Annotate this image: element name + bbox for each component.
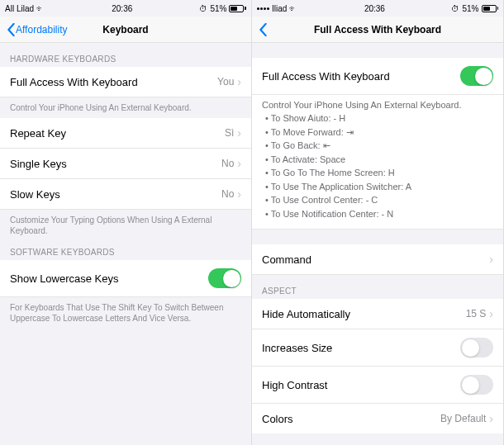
- help-item: To Use The Application Switcher: A: [265, 180, 493, 194]
- row-label: Increases Size: [262, 342, 332, 354]
- footer-software: For Keyboards That Use The Shift Key To …: [0, 297, 251, 329]
- chevron-right-icon: ›: [237, 157, 241, 170]
- row-label: Repeat Key: [10, 127, 66, 140]
- toggle-increases-size[interactable]: [460, 338, 493, 357]
- status-bar: All Lilad ᯤ 20:36 ⏱ 51%: [0, 0, 251, 17]
- battery-icon: [229, 5, 246, 12]
- row-value: No ›: [221, 157, 241, 170]
- chevron-right-icon: ›: [237, 75, 241, 88]
- alarm-icon: ⏱: [199, 4, 207, 13]
- signal-icon: [257, 7, 269, 10]
- wifi-icon: ᯤ: [289, 4, 297, 13]
- wifi-icon: ᯤ: [36, 4, 45, 13]
- section-header-hardware: HARDWARE KEYBOARDS: [0, 43, 251, 67]
- row-hide-automatically[interactable]: Hide Automatically 15 S ›: [252, 299, 503, 329]
- nav-bar: Affordability Keyboard: [0, 17, 251, 43]
- back-button[interactable]: Affordability: [7, 23, 67, 36]
- status-right: ⏱ 51%: [451, 4, 498, 13]
- row-label: Full Access With Keyboard: [262, 70, 390, 83]
- chevron-right-icon: ›: [237, 126, 241, 140]
- toggle-lowercase[interactable]: [208, 268, 241, 288]
- footer-full-access: Control Your iPhone Using An External Ke…: [0, 97, 251, 118]
- row-full-access-toggle[interactable]: Full Access With Keyboard: [252, 58, 503, 95]
- screen-keyboard-settings: All Lilad ᯤ 20:36 ⏱ 51% Affordability Ke…: [0, 0, 252, 445]
- help-items: To Show Aiuto: - H To Move Forward: ⇥ To…: [262, 111, 493, 220]
- help-item: To Move Forward: ⇥: [265, 125, 493, 140]
- row-single-keys[interactable]: Single Keys No ›: [0, 149, 251, 179]
- help-item: To Go To The Home Screen: H: [265, 166, 493, 180]
- toggle-knob: [223, 270, 240, 287]
- chevron-right-icon: ›: [489, 307, 493, 320]
- row-label: High Contrast: [262, 379, 327, 391]
- row-increases-size[interactable]: Increases Size: [252, 329, 503, 367]
- status-left: All Lilad ᯤ: [5, 4, 45, 13]
- row-command[interactable]: Command ›: [252, 244, 503, 275]
- help-list: Control Your iPhone Using An External Ke…: [252, 95, 503, 230]
- toggle-full-access[interactable]: [460, 66, 493, 86]
- help-intro: Control Your iPhone Using An External Ke…: [262, 100, 493, 110]
- section-header-aspect: ASPECT: [252, 275, 503, 299]
- row-label: Slow Keys: [10, 188, 60, 201]
- row-value: You ›: [217, 75, 241, 88]
- back-button[interactable]: [259, 23, 268, 36]
- row-colors[interactable]: Colors By Default ›: [252, 404, 503, 433]
- row-label: Colors: [262, 413, 293, 425]
- row-value: Sì ›: [225, 126, 241, 140]
- chevron-left-icon: [7, 23, 16, 36]
- chevron-left-icon: [259, 23, 268, 36]
- row-repeat-key[interactable]: Repeat Key Sì ›: [0, 118, 251, 149]
- help-item: To Use Control Center: - C: [265, 193, 493, 207]
- help-item: To Activate: Space: [265, 153, 493, 167]
- screen-full-access: Iliad ᯤ 20:36 ⏱ 51% Full Access With Key…: [252, 0, 504, 445]
- battery-percent: 51%: [210, 4, 226, 13]
- help-item: To Show Aiuto: - H: [265, 111, 493, 125]
- row-label: Show Lowercase Keys: [10, 272, 119, 285]
- row-label: Hide Automatically: [262, 308, 350, 320]
- battery-percent: 51%: [462, 4, 478, 13]
- row-value: No ›: [221, 187, 241, 201]
- status-bar: Iliad ᯤ 20:36 ⏱ 51%: [252, 0, 503, 17]
- carrier-label: All Lilad: [5, 4, 34, 13]
- footer-hardware: Customize Your Typing Options When Using…: [0, 210, 251, 241]
- help-item: To Use Notification Center: - N: [265, 207, 493, 221]
- time-label: 20:36: [112, 4, 132, 13]
- help-item: To Go Back: ⇤: [265, 139, 493, 153]
- row-full-access[interactable]: Full Access With Keyboard You ›: [0, 67, 251, 97]
- section-header-software: SOFTWARE KEYBOARDS: [0, 241, 251, 260]
- row-label: Command: [262, 253, 311, 266]
- toggle-high-contrast[interactable]: [460, 375, 493, 395]
- row-lowercase-keys[interactable]: Show Lowercase Keys: [0, 260, 251, 297]
- row-label: Full Access With Keyboard: [10, 76, 138, 88]
- alarm-icon: ⏱: [451, 4, 459, 13]
- toggle-knob: [475, 68, 492, 85]
- carrier-label: Iliad: [272, 4, 287, 13]
- nav-bar: Full Access With Keyboard: [252, 17, 503, 43]
- chevron-right-icon: ›: [489, 253, 493, 266]
- status-right: ⏱ 51%: [199, 4, 246, 13]
- toggle-knob: [462, 376, 479, 394]
- page-title: Full Access With Keyboard: [252, 24, 503, 36]
- row-high-contrast[interactable]: High Contrast: [252, 367, 503, 404]
- time-label: 20:36: [364, 4, 385, 13]
- row-label: Single Keys: [10, 158, 67, 170]
- toggle-knob: [462, 339, 479, 357]
- back-label: Affordability: [16, 24, 67, 36]
- battery-icon: [482, 5, 499, 12]
- chevron-right-icon: ›: [489, 412, 493, 425]
- row-value: By Default ›: [440, 412, 493, 425]
- row-slow-keys[interactable]: Slow Keys No ›: [0, 179, 251, 210]
- chevron-right-icon: ›: [237, 187, 241, 201]
- status-left: Iliad ᯤ: [257, 4, 297, 13]
- row-value: 15 S ›: [466, 307, 493, 320]
